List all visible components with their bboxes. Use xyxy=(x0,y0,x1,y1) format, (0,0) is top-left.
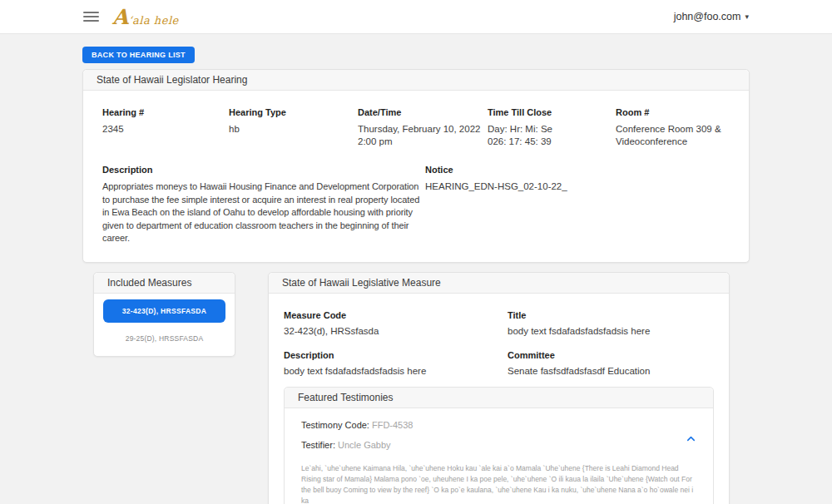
back-to-hearing-list-button[interactable]: BACK TO HEARING LIST xyxy=(82,47,195,63)
description-label: Description xyxy=(102,165,420,175)
app-logo[interactable]: Aʻala hele xyxy=(112,7,179,27)
measure-list-item-selected[interactable]: 32-423(D), HRSSFASDA xyxy=(103,299,225,323)
hearing-number-label: Hearing # xyxy=(102,107,229,118)
testimony-code-value: FFD-4538 xyxy=(372,420,414,430)
measure-list-item[interactable]: 29-25(D), HRSSFASDA xyxy=(103,323,225,351)
room-value-line2: Videoconference xyxy=(616,136,730,148)
hearing-details-row: Description Appropriates moneys to Hawai… xyxy=(102,165,730,245)
included-measures-title: Included Measures xyxy=(94,273,235,294)
notice-field: Notice HEARING_EDN-HSG_02-10-22_ xyxy=(425,165,730,245)
logo-initial: A xyxy=(112,7,128,27)
hearing-card: State of Hawaii Legislator Hearing Heari… xyxy=(82,69,750,263)
datetime-label: Date/Time xyxy=(358,107,488,118)
measure-description-label: Description xyxy=(284,350,508,361)
datetime-value-line1: Thursday, February 10, 2022 xyxy=(358,123,488,136)
room-field: Room # Conference Room 309 & Videoconfer… xyxy=(616,107,730,148)
time-till-close-field: Time Till Close Day: Hr: Mi: Se 026: 17:… xyxy=(488,107,616,148)
hearing-type-field: Hearing Type hb xyxy=(229,107,358,148)
description-text: Appropriates moneys to Hawaii Housing Fi… xyxy=(102,180,420,245)
user-email: john@foo.com xyxy=(674,11,741,22)
logo-text: ʻala hele xyxy=(128,15,178,26)
hearing-type-label: Hearing Type xyxy=(229,107,358,118)
legislative-measure-title: State of Hawaii Legislative Measure xyxy=(269,273,729,294)
hearing-number-value: 2345 xyxy=(102,123,229,136)
measure-description-value: body text fsdafadsfadsfadsis here xyxy=(284,365,508,377)
measure-committee-label: Committee xyxy=(508,350,714,361)
testifier-label: Testifier: xyxy=(301,440,335,450)
hearing-card-body: Hearing # 2345 Hearing Type hb Date/Time… xyxy=(83,91,749,262)
measure-committee-field: Committee Senate fasfsdfadsfasdf Educati… xyxy=(508,350,714,377)
time-till-close-units: Day: Hr: Mi: Se xyxy=(488,123,616,136)
hearing-fields-row: Hearing # 2345 Hearing Type hb Date/Time… xyxy=(102,107,730,148)
measure-title-value: body text fsdafadsfadsfadsis here xyxy=(508,325,714,337)
hamburger-menu-icon[interactable] xyxy=(83,12,99,22)
measure-fields-grid: Measure Code 32-423(d), HRSsfasda Title … xyxy=(284,310,714,377)
notice-value: HEARING_EDN-HSG_02-10-22_ xyxy=(425,180,730,193)
datetime-field: Date/Time Thursday, February 10, 2022 2:… xyxy=(358,107,488,148)
testifier-line: Testifier:Uncle Gabby xyxy=(301,440,696,451)
notice-label: Notice xyxy=(425,165,730,175)
hearing-number-field: Hearing # 2345 xyxy=(102,107,229,148)
measure-code-label: Measure Code xyxy=(284,310,508,321)
included-measures-list: 32-423(D), HRSSFASDA 29-25(D), HRSSFASDA xyxy=(94,294,235,356)
room-label: Room # xyxy=(616,107,730,118)
room-value-line1: Conference Room 309 & xyxy=(616,123,730,136)
chevron-down-icon: ▾ xyxy=(745,12,749,21)
measure-committee-value: Senate fasfsdfadsfasdf Education xyxy=(508,365,714,377)
time-till-close-label: Time Till Close xyxy=(488,107,616,118)
user-menu[interactable]: john@foo.com ▾ xyxy=(674,11,749,22)
main-content: BACK TO HEARING LIST State of Hawaii Leg… xyxy=(82,34,750,504)
featured-testimonies-title: Featured Testimonies xyxy=(285,388,713,408)
included-measures-card: Included Measures 32-423(D), HRSSFASDA 2… xyxy=(93,272,235,357)
collapse-testimony-button[interactable] xyxy=(680,428,701,450)
time-till-close-countdown: 026: 17: 45: 39 xyxy=(488,136,616,148)
measure-code-field: Measure Code 32-423(d), HRSsfasda xyxy=(284,310,508,337)
hearing-card-title: State of Hawaii Legislator Hearing xyxy=(83,70,749,91)
hearing-type-value: hb xyxy=(229,123,358,136)
featured-testimonies-card: Featured Testimonies Testimony Code:FFD-… xyxy=(284,387,714,504)
testimony-code-label: Testimony Code: xyxy=(301,420,369,430)
description-field: Description Appropriates moneys to Hawai… xyxy=(102,165,425,245)
testimony-code-line: Testimony Code:FFD-4538 xyxy=(301,420,696,431)
chevron-up-icon xyxy=(685,432,697,445)
measure-title-label: Title xyxy=(508,310,714,321)
testimony-entry: Testimony Code:FFD-4538 Testifier:Uncle … xyxy=(285,408,713,504)
measure-title-field: Title body text fsdafadsfadsfadsis here xyxy=(508,310,714,337)
datetime-value-line2: 2:00 pm xyxy=(358,136,488,148)
legislative-measure-body: Measure Code 32-423(d), HRSsfasda Title … xyxy=(269,294,729,504)
testimony-body-text: Le`ahi, `uhe`uhene Kaimana Hila, `uhe`uh… xyxy=(301,463,696,504)
measure-code-value: 32-423(d), HRSsfasda xyxy=(284,325,508,337)
legislative-measure-card: State of Hawaii Legislative Measure Meas… xyxy=(268,272,730,504)
measure-description-field: Description body text fsdafadsfadsfadsis… xyxy=(284,350,508,377)
top-bar: Aʻala hele john@foo.com ▾ xyxy=(0,0,832,34)
lower-panels: Included Measures 32-423(D), HRSSFASDA 2… xyxy=(82,272,750,504)
testifier-value: Uncle Gabby xyxy=(338,440,391,450)
